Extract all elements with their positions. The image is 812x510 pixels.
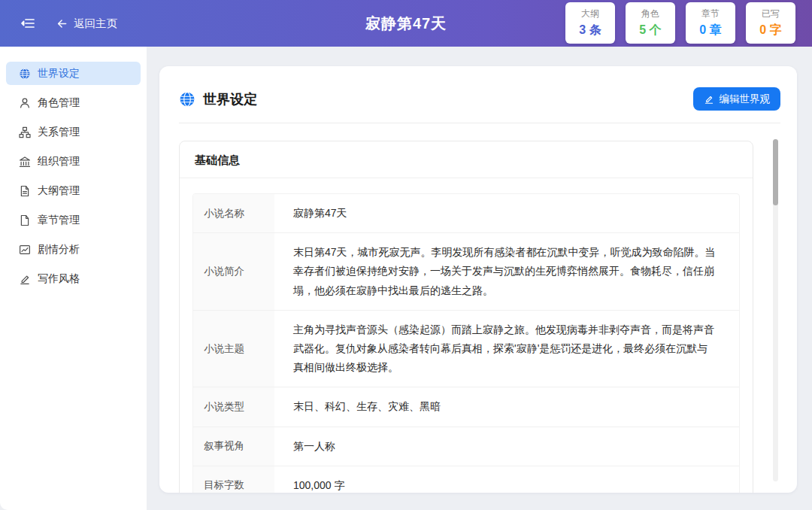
user-icon (19, 97, 31, 109)
menu-fold-icon (21, 16, 36, 31)
row-value: 100,000 字 (274, 466, 739, 493)
relationship-graph-icon (19, 126, 31, 138)
sidebar-item-label: 大纲管理 (38, 184, 80, 198)
row-label: 小说类型 (193, 387, 274, 426)
stat-value: 0 章 (699, 23, 721, 38)
main-content: 世界设定 编辑世界观 基础信息 (147, 47, 812, 510)
stat-card-outline: 大纲 3 条 (565, 2, 615, 44)
sidebar: 世界设定 角色管理 关系管理 (0, 47, 147, 510)
stat-label: 大纲 (581, 8, 599, 20)
row-label: 小说名称 (193, 194, 274, 232)
row-value: 第一人称 (274, 427, 739, 466)
row-value: 末日、科幻、生存、灾难、黑暗 (274, 387, 739, 426)
bank-icon (19, 156, 31, 168)
basic-info-title: 基础信息 (180, 141, 753, 178)
row-value: 末日第47天，城市死寂无声。李明发现所有感染者都在沉默中变异，听觉成为致命陷阱。… (274, 233, 739, 310)
stat-value: 5 个 (639, 23, 661, 38)
stat-value: 3 条 (579, 23, 601, 38)
table-row-target-word-count: 目标字数 100,000 字 (193, 466, 739, 493)
edit-worldview-button[interactable]: 编辑世界观 (693, 87, 781, 111)
stats-cards: 大纲 3 条 角色 5 个 章节 0 章 已写 0 字 (565, 2, 795, 44)
pen-icon (19, 273, 31, 285)
table-row-narrative-perspective: 叙事视角 第一人称 (193, 427, 739, 466)
sidebar-item-label: 组织管理 (38, 155, 80, 168)
basic-info-table: 小说名称 寂静第47天 小说简介 末日第47天，城市死寂无声。李明发现所有感染者… (192, 193, 740, 493)
file-text-icon (19, 185, 31, 197)
row-label: 目标字数 (193, 466, 274, 493)
world-settings-panel: 世界设定 编辑世界观 基础信息 (159, 66, 797, 493)
scrollbar-thumb[interactable] (773, 139, 778, 205)
stat-label: 角色 (641, 8, 659, 20)
table-row-novel-genre: 小说类型 末日、科幻、生存、灾难、黑暗 (193, 387, 739, 427)
sidebar-item-label: 写作风格 (38, 272, 80, 286)
file-icon (19, 214, 31, 226)
stat-card-chapters: 章节 0 章 (686, 2, 735, 44)
globe-icon (179, 91, 195, 108)
edit-pencil-icon (704, 94, 714, 105)
sidebar-item-label: 世界设定 (38, 67, 80, 80)
sidebar-item-label: 章节管理 (38, 214, 80, 227)
row-label: 小说简介 (193, 233, 274, 310)
stat-card-written: 已写 0 字 (746, 2, 795, 44)
row-value: 主角为寻找声音源头（感染起源）而踏上寂静之旅。他发现病毒并非剥夺声音，而是将声音… (274, 311, 739, 387)
page-title: 寂静第47天 (365, 14, 447, 34)
sidebar-item-chapter-management[interactable]: 章节管理 (6, 208, 141, 232)
arrow-left-icon (56, 17, 68, 30)
sidebar-item-label: 关系管理 (38, 126, 80, 139)
globe-icon (19, 68, 31, 80)
back-home-label: 返回主页 (74, 17, 117, 31)
sidebar-item-world-settings[interactable]: 世界设定 (6, 62, 141, 85)
app-window: 返回主页 寂静第47天 大纲 3 条 角色 5 个 章节 0 章 已写 0 字 (0, 0, 812, 510)
sidebar-item-outline-management[interactable]: 大纲管理 (6, 179, 141, 202)
panel-header: 世界设定 编辑世界观 (179, 87, 780, 123)
section-title: 世界设定 (203, 90, 257, 108)
sidebar-item-relationship-management[interactable]: 关系管理 (6, 120, 141, 144)
table-row-novel-theme: 小说主题 主角为寻找声音源头（感染起源）而踏上寂静之旅。他发现病毒并非剥夺声音，… (193, 311, 739, 388)
sidebar-item-writing-style[interactable]: 写作风格 (6, 267, 141, 290)
sidebar-item-plot-analysis[interactable]: 剧情分析 (6, 238, 141, 261)
stat-label: 已写 (762, 8, 780, 20)
row-label: 小说主题 (193, 311, 274, 387)
chart-icon (19, 244, 31, 256)
sidebar-item-label: 角色管理 (38, 96, 80, 110)
table-row-novel-synopsis: 小说简介 末日第47天，城市死寂无声。李明发现所有感染者都在沉默中变异，听觉成为… (193, 233, 739, 311)
stat-value: 0 字 (759, 23, 781, 38)
basic-info-card: 基础信息 小说名称 寂静第47天 小说简介 末日第47天，城市死寂无声。李明发现… (179, 141, 753, 493)
table-row-novel-name: 小说名称 寂静第47天 (193, 194, 739, 233)
top-bar: 返回主页 寂静第47天 大纲 3 条 角色 5 个 章节 0 章 已写 0 字 (0, 0, 812, 47)
row-label: 叙事视角 (193, 427, 274, 466)
edit-worldview-label: 编辑世界观 (720, 93, 771, 106)
stat-card-characters: 角色 5 个 (626, 2, 675, 44)
scrollbar[interactable] (773, 139, 778, 481)
sidebar-collapse-button[interactable] (18, 13, 39, 34)
sidebar-item-organization-management[interactable]: 组织管理 (6, 150, 141, 173)
back-home-button[interactable]: 返回主页 (56, 17, 117, 31)
sidebar-item-character-management[interactable]: 角色管理 (6, 91, 141, 114)
stat-label: 章节 (701, 8, 720, 20)
row-value: 寂静第47天 (274, 194, 739, 232)
sidebar-item-label: 剧情分析 (38, 243, 80, 257)
